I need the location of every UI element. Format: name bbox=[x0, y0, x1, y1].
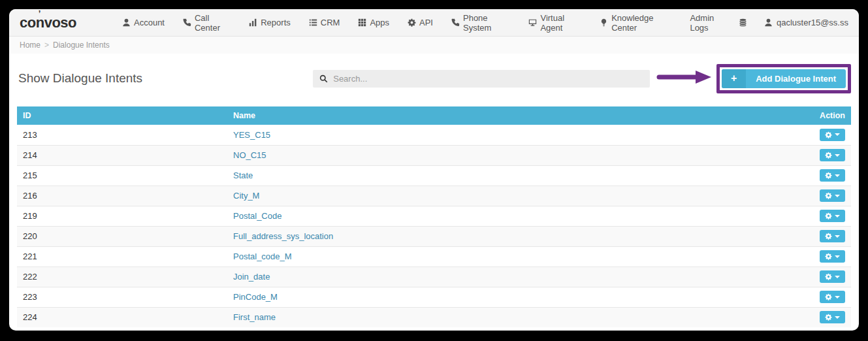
cell-name: City_M bbox=[227, 186, 791, 206]
gear-icon bbox=[825, 293, 832, 300]
phone-icon bbox=[451, 18, 460, 27]
annotation-highlight-box: + Add Dialogue Intent bbox=[716, 64, 851, 93]
nav-item-apps[interactable]: Apps bbox=[349, 9, 398, 37]
nav-item-virtual-agent[interactable]: Virtual Agent bbox=[519, 9, 590, 37]
row-actions-dropdown-button[interactable] bbox=[820, 189, 845, 202]
dialogue-intent-link[interactable]: Postal_Code bbox=[233, 211, 281, 221]
cell-id: 223 bbox=[17, 287, 227, 307]
table-row: 221Postal_code_M bbox=[17, 246, 851, 267]
nav-item-label: Reports bbox=[261, 18, 291, 27]
nav-item-crm[interactable]: CRM bbox=[300, 9, 349, 37]
gear-icon bbox=[825, 212, 832, 219]
nav-item-api[interactable]: API bbox=[398, 9, 442, 37]
top-navbar: convoso AccountCall CenterReportsCRMApps… bbox=[9, 9, 859, 37]
table-header-row: ID Name Action bbox=[17, 106, 851, 125]
gear-icon bbox=[825, 233, 832, 240]
user-icon bbox=[764, 18, 773, 27]
gear-icon bbox=[408, 18, 416, 27]
dialogue-intent-link[interactable]: City_M bbox=[233, 191, 259, 201]
gear-icon bbox=[825, 152, 832, 159]
nav-item-account[interactable]: Account bbox=[113, 9, 174, 37]
table-row: 223PinCode_M bbox=[17, 287, 851, 307]
table-row: 213YES_C15 bbox=[17, 125, 851, 145]
plus-icon: + bbox=[722, 69, 746, 88]
caret-down-icon bbox=[835, 195, 840, 197]
dialogue-intent-link[interactable]: NO_C15 bbox=[233, 150, 266, 160]
gear-icon bbox=[825, 273, 832, 280]
nav-item-admin-logs[interactable]: Admin Logs bbox=[681, 9, 739, 37]
row-actions-dropdown-button[interactable] bbox=[820, 169, 845, 182]
page-toolbar: Show Dialogue Intents + Add Dialogue Int… bbox=[17, 64, 851, 93]
nav-item-call-center[interactable]: Call Center bbox=[174, 9, 240, 37]
caret-down-icon bbox=[835, 276, 840, 278]
row-actions-dropdown-button[interactable] bbox=[820, 210, 845, 222]
dialogue-intent-link[interactable]: Full_address_sys_location bbox=[233, 231, 333, 241]
table-row: 216City_M bbox=[17, 186, 851, 206]
column-header-action: Action bbox=[791, 106, 851, 125]
row-actions-dropdown-button[interactable] bbox=[820, 149, 845, 161]
row-actions-dropdown-button[interactable] bbox=[820, 270, 845, 283]
row-actions-dropdown-button[interactable] bbox=[820, 291, 845, 303]
cell-name: Join_date bbox=[227, 267, 791, 287]
dialogue-intent-link[interactable]: Postal_code_M bbox=[233, 252, 292, 261]
cell-id: 213 bbox=[17, 125, 227, 145]
row-actions-dropdown-button[interactable] bbox=[820, 129, 845, 141]
database-menu[interactable] bbox=[739, 18, 747, 27]
grid-icon bbox=[358, 18, 366, 27]
breadcrumb-home-link[interactable]: Home bbox=[20, 41, 40, 50]
nav-item-label: Admin Logs bbox=[690, 13, 730, 33]
dialogue-intent-link[interactable]: Join_date bbox=[233, 272, 270, 282]
cell-name: PinCode_M bbox=[227, 287, 791, 307]
phone-icon bbox=[183, 18, 191, 27]
cell-action bbox=[791, 246, 851, 267]
nav-item-label: Account bbox=[134, 18, 165, 27]
dialogue-intent-link[interactable]: PinCode_M bbox=[233, 292, 278, 302]
search-box[interactable] bbox=[313, 70, 650, 88]
cell-action bbox=[791, 226, 851, 246]
row-actions-dropdown-button[interactable] bbox=[820, 230, 845, 242]
column-header-name[interactable]: Name bbox=[227, 106, 791, 125]
cell-action bbox=[791, 145, 851, 165]
page-title: Show Dialogue Intents bbox=[17, 71, 142, 86]
gear-icon bbox=[825, 314, 832, 321]
cell-name: Full_address_sys_location bbox=[227, 226, 791, 246]
cell-action bbox=[791, 165, 851, 186]
gear-icon bbox=[825, 192, 832, 199]
nav-item-knowledge-center[interactable]: Knowledge Center bbox=[590, 9, 681, 37]
nav-item-label: API bbox=[419, 18, 433, 27]
nav-item-label: Virtual Agent bbox=[540, 13, 581, 33]
gear-icon bbox=[825, 253, 832, 260]
user-account-menu[interactable]: qacluster15@ss.ss bbox=[764, 18, 848, 27]
convoso-logo[interactable]: convoso bbox=[20, 14, 76, 31]
add-button-label: Add Dialogue Intent bbox=[746, 74, 846, 84]
cell-id: 222 bbox=[17, 267, 227, 287]
row-actions-dropdown-button[interactable] bbox=[820, 250, 845, 263]
nav-item-label: CRM bbox=[321, 18, 340, 27]
caret-down-icon bbox=[835, 133, 840, 136]
breadcrumb-current: Dialogue Intents bbox=[53, 41, 110, 50]
cell-id: 215 bbox=[17, 165, 227, 186]
search-input[interactable] bbox=[333, 74, 643, 84]
cell-id: 216 bbox=[17, 186, 227, 206]
row-actions-dropdown-button[interactable] bbox=[820, 311, 845, 323]
dialogue-intent-link[interactable]: State bbox=[233, 170, 253, 180]
nav-item-reports[interactable]: Reports bbox=[240, 9, 300, 37]
dialogue-intent-link[interactable]: First_name bbox=[233, 312, 276, 322]
nav-item-phone-system[interactable]: Phone System bbox=[442, 9, 519, 37]
cell-id: 220 bbox=[17, 226, 227, 246]
caret-down-icon bbox=[835, 296, 840, 299]
database-icon bbox=[739, 18, 747, 27]
cell-name: NO_C15 bbox=[227, 145, 791, 165]
cell-id: 224 bbox=[17, 307, 227, 327]
table-row: 219Postal_Code bbox=[17, 206, 851, 226]
column-header-id[interactable]: ID bbox=[17, 106, 227, 125]
nav-item-label: Call Center bbox=[195, 13, 231, 33]
add-dialogue-intent-button[interactable]: + Add Dialogue Intent bbox=[722, 69, 846, 88]
cell-name: YES_C15 bbox=[227, 125, 791, 145]
dialogue-intent-link[interactable]: YES_C15 bbox=[233, 130, 270, 140]
caret-down-icon bbox=[835, 174, 840, 177]
caret-down-icon bbox=[835, 316, 840, 319]
cell-name: First_name bbox=[227, 307, 791, 327]
cell-id: 214 bbox=[17, 145, 227, 165]
caret-down-icon bbox=[835, 215, 840, 218]
